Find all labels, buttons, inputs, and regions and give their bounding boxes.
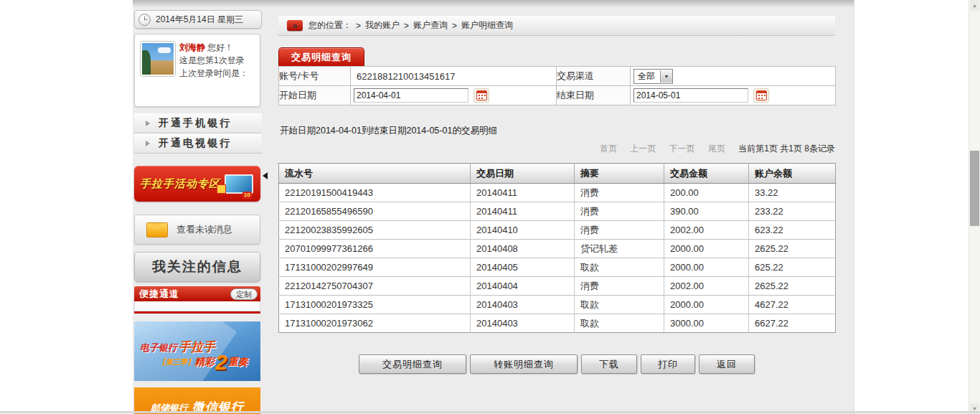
pagination-last[interactable]: 尾页 — [708, 144, 725, 154]
table-cell: 2625.22 — [749, 277, 836, 296]
table-cell: 3000.00 — [664, 314, 749, 333]
table-cell: 20140404 — [471, 277, 575, 296]
sidebar-item-label: 开通手机银行 — [159, 117, 232, 130]
sidebar-menu: 开通手机银行 开通电视银行 — [134, 113, 262, 154]
start-date-calendar-button[interactable] — [473, 88, 489, 103]
table-cell: 2002.00 — [664, 221, 749, 240]
followed-info-label: 我关注的信息 — [152, 258, 242, 276]
pagination: 首页 上一页 下一页 尾页 当前第1页 共1页 8条记录 — [278, 143, 835, 155]
table-cell: 2000.00 — [664, 258, 749, 277]
table-row: 1713100020299764920140405取款2000.00625.22 — [279, 258, 836, 277]
table-cell: 20140411 — [471, 184, 575, 202]
table-cell: 6627.22 — [749, 314, 836, 333]
sidebar-item-label: 开通电视银行 — [159, 137, 232, 150]
campaign-number: 2 — [215, 353, 227, 372]
download-button[interactable]: 下载 — [581, 354, 637, 374]
unread-messages-label: 查看未读消息 — [176, 223, 232, 236]
campaign-text-4: 精彩 — [194, 356, 215, 369]
back-button[interactable]: 返回 — [699, 354, 755, 374]
print-button[interactable]: 打印 — [641, 354, 695, 374]
quick-channel-title: 便捷通道 — [139, 288, 179, 301]
transactions-table: 流水号交易日期摘要交易金额账户余额 2212019150041944320140… — [278, 163, 836, 333]
table-row: 2070109997736126620140408贷记轧差2000.002625… — [279, 240, 836, 258]
action-button-bar: 交易明细查询转账明细查询下载打印返回 — [359, 354, 758, 374]
channel-select[interactable]: 全部 ▼ — [633, 69, 673, 84]
gift-graphic — [217, 184, 226, 194]
result-summary-text: 开始日期2014-04-01到结束日期2014-05-01的交易明细 — [280, 125, 497, 137]
envelope-icon — [146, 222, 168, 237]
activity-banner[interactable]: 手拉手活动专区 10 — [134, 166, 260, 202]
tab-transaction-detail-query[interactable]: 交易明细查询 — [278, 47, 364, 67]
pagination-first[interactable]: 首页 — [600, 144, 617, 154]
column-header: 交易金额 — [664, 164, 749, 184]
ebank-campaign-banner[interactable]: 电子银行手拉手 【第三季】精彩2重奏 — [134, 321, 260, 381]
campaign-text-5: 重奏 — [228, 356, 248, 369]
table-cell: 22120142750704307 — [279, 277, 471, 296]
customize-button[interactable]: 定制 — [230, 288, 258, 300]
breadcrumb-item-my-account[interactable]: 我的账户 — [365, 19, 400, 32]
end-date-calendar-button[interactable] — [753, 88, 769, 103]
page-container: 2014年5月14日 星期三 刘海静 您好！ 这是您第1次登录 上次登录时间是：… — [133, 0, 854, 414]
table-cell: 取款 — [575, 296, 664, 314]
sidebar-collapse-arrow[interactable] — [263, 172, 268, 179]
pagination-next[interactable]: 下一页 — [669, 144, 695, 154]
quick-channel-bar: 便捷通道 定制 — [134, 286, 260, 301]
breadcrumb-separator: > — [356, 21, 361, 31]
pagination-prev[interactable]: 上一页 — [630, 144, 656, 154]
table-cell: 20140410 — [471, 221, 575, 240]
sidebar-item-mobile-banking[interactable]: 开通手机银行 — [134, 113, 262, 133]
table-cell: 17131000201973062 — [279, 314, 471, 333]
table-cell: 20140405 — [471, 258, 575, 277]
scrollbar-thumb[interactable] — [970, 151, 979, 226]
breadcrumb-icon: » — [287, 20, 303, 31]
table-row: 2212014275070430720140404消费2002.002625.2… — [279, 277, 836, 296]
table-cell: 20140403 — [471, 296, 575, 314]
table-header-row: 流水号交易日期摘要交易金额账户余额 — [279, 164, 836, 184]
table-cell: 2000.00 — [664, 240, 749, 258]
table-cell: 消费 — [575, 277, 664, 296]
followed-info-button[interactable]: 我关注的信息 — [134, 252, 260, 282]
table-cell: 22120191500419443 — [279, 184, 471, 202]
wechat-bank-banner[interactable]: 邮储银行微信银行 — [134, 387, 260, 414]
sidebar: 2014年5月14日 星期三 刘海静 您好！ 这是您第1次登录 上次登录时间是：… — [134, 0, 263, 414]
campaign-banner-line2: 【第三季】精彩2重奏 — [159, 353, 248, 372]
table-cell: 4627.22 — [749, 296, 836, 314]
table-cell: 625.22 — [749, 258, 836, 277]
transaction-detail-query-button[interactable]: 交易明细查询 — [359, 354, 466, 374]
pagination-status: 当前第1页 共1页 8条记录 — [738, 144, 835, 154]
table-row: 1713100020197306220140403取款3000.006627.2… — [279, 314, 836, 333]
end-date-input[interactable] — [633, 88, 748, 103]
transfer-detail-query-button[interactable]: 转账明细查询 — [470, 354, 578, 374]
unread-messages-button[interactable]: 查看未读消息 — [134, 215, 260, 245]
start-date-input[interactable] — [354, 88, 468, 103]
start-date-label: 开始日期 — [279, 86, 351, 105]
vertical-scrollbar[interactable]: ▲ ▼ — [969, 0, 980, 414]
column-header: 账户余额 — [749, 164, 836, 184]
table-cell: 20140411 — [471, 202, 575, 221]
table-cell: 取款 — [575, 314, 664, 333]
breadcrumb-item-detail-query[interactable]: 账户明细查询 — [461, 19, 513, 32]
sidebar-item-tv-banking[interactable]: 开通电视银行 — [134, 133, 262, 154]
table-cell: 17131000202997649 — [279, 258, 471, 277]
quick-channel-body — [134, 301, 260, 311]
account-label: 账号/卡号 — [279, 67, 351, 86]
column-header: 交易日期 — [471, 164, 575, 184]
login-count-text: 这是您第1次登录 — [179, 54, 248, 67]
account-number-value: 6221881210013451617 — [351, 71, 556, 82]
scroll-up-button[interactable]: ▲ — [970, 0, 979, 11]
table-cell: 2002.00 — [664, 277, 749, 296]
activity-badge: 10 — [242, 192, 252, 199]
table-cell: 17131000201973325 — [279, 296, 471, 314]
arrow-right-icon — [146, 121, 150, 126]
breadcrumb-item-account-query[interactable]: 账户查询 — [413, 19, 448, 32]
table-cell: 233.22 — [749, 202, 836, 221]
column-header: 摘要 — [575, 164, 664, 184]
campaign-text-2: 手拉手 — [179, 340, 215, 354]
table-row: 1713100020197332520140403取款2000.004627.2… — [279, 296, 836, 314]
chevron-down-icon: ▼ — [660, 70, 672, 83]
table-row: 2212016585549659020140411消费390.00233.22 — [279, 202, 836, 221]
table-cell: 消费 — [575, 221, 664, 240]
end-date-label: 结束日期 — [557, 86, 631, 105]
table-cell: 20701099977361266 — [279, 240, 471, 258]
table-cell: 200.00 — [664, 184, 749, 202]
